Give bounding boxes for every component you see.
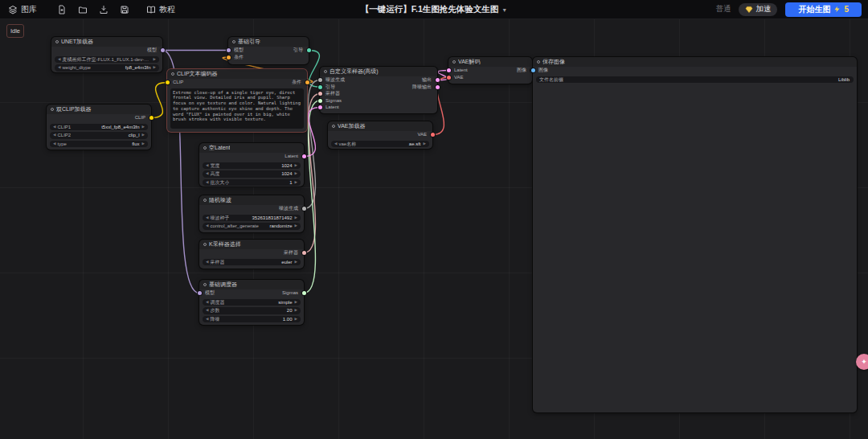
next-arrow-icon[interactable]: ▶: [295, 179, 297, 186]
combo-widget[interactable]: ◀ 宽度 1024 ▶: [203, 162, 301, 170]
next-arrow-icon[interactable]: ▶: [142, 124, 145, 130]
combo-widget[interactable]: ◀ 调度器 simple ▶: [203, 299, 301, 306]
gallery-button[interactable]: 图库: [8, 4, 37, 15]
next-arrow-icon[interactable]: ▶: [295, 299, 297, 306]
mode-boost-button[interactable]: 加速: [739, 3, 777, 16]
input-port-icon[interactable]: [318, 105, 322, 109]
workflow-title-dropdown[interactable]: 【一键运行】F.1生图抢先体验文生图 ▼: [361, 0, 507, 19]
collapse-icon[interactable]: [537, 60, 540, 64]
output-port-icon[interactable]: [302, 251, 306, 255]
open-workflow-button[interactable]: [77, 4, 88, 15]
node-ksampler-select[interactable]: K采样器选择 采样器 ◀ 采样器 euler ▶: [199, 240, 304, 269]
collapse-icon[interactable]: [203, 283, 207, 286]
collapse-icon[interactable]: [51, 108, 54, 111]
input-port-icon[interactable]: [198, 291, 202, 295]
next-arrow-icon[interactable]: ▶: [295, 215, 297, 221]
output-port-icon[interactable]: [436, 78, 440, 82]
node-empty-latent[interactable]: 空Latent Latent ◀ 宽度 1024 ▶ ◀ 高度 1024 ▶ ◀…: [199, 143, 304, 187]
output-port-icon[interactable]: [305, 80, 309, 84]
tutorial-button[interactable]: 教程: [146, 4, 175, 15]
prev-arrow-icon[interactable]: ◀: [53, 141, 55, 147]
next-arrow-icon[interactable]: ▶: [154, 56, 156, 63]
collapse-icon[interactable]: [332, 125, 335, 128]
node-header-dual-clip-loader[interactable]: 双CLIP加载器: [47, 105, 151, 114]
save-workflow-button[interactable]: [119, 4, 130, 15]
node-canvas[interactable]: UNET加载器 模型 ◀ 麦橘画师工作室-FLUX.1_FLUX.1-dev-f…: [0, 19, 868, 439]
node-header-ksampler-select[interactable]: K采样器选择: [199, 240, 304, 249]
next-arrow-icon[interactable]: ▶: [295, 316, 297, 322]
input-port-icon[interactable]: [318, 78, 322, 82]
combo-widget[interactable]: ◀ 降噪 1.00 ▶: [203, 316, 301, 323]
combo-widget[interactable]: ◀ 步数 20 ▶: [203, 307, 301, 314]
node-vae-loader[interactable]: VAE加载器 VAE ◀ vae名称 ae.sft ▶: [328, 121, 432, 149]
prev-arrow-icon[interactable]: ◀: [58, 64, 60, 71]
input-port-icon[interactable]: [318, 99, 322, 103]
next-arrow-icon[interactable]: ▶: [295, 259, 297, 265]
node-unet-loader[interactable]: UNET加载器 模型 ◀ 麦橘画师工作室-FLUX.1_FLUX.1-dev-f…: [51, 37, 162, 72]
node-basic-guider[interactable]: 基础引导 模型 条件 引导: [228, 37, 309, 64]
prev-arrow-icon[interactable]: ◀: [206, 223, 208, 229]
node-header-vae-decode[interactable]: VAE解码: [448, 57, 532, 67]
output-port-icon[interactable]: [307, 48, 311, 52]
input-port-icon[interactable]: [447, 76, 451, 80]
output-port-icon[interactable]: [302, 207, 306, 211]
input-port-icon[interactable]: [447, 68, 451, 72]
node-header-vae-loader[interactable]: VAE加载器: [328, 121, 432, 131]
next-arrow-icon[interactable]: ▶: [142, 132, 145, 138]
node-header-basic-guider[interactable]: 基础引导: [228, 37, 309, 47]
next-arrow-icon[interactable]: ▶: [295, 162, 297, 169]
next-arrow-icon[interactable]: ▶: [424, 141, 426, 147]
new-file-button[interactable]: [56, 4, 68, 15]
node-header-clip-text-encode[interactable]: CLIP文本编码器: [167, 69, 307, 79]
prev-arrow-icon[interactable]: ◀: [206, 162, 208, 169]
combo-widget[interactable]: ◀ CLIP1 t5xxl_fp8_e4m3fn ▶: [50, 124, 148, 131]
prev-arrow-icon[interactable]: ◀: [206, 170, 208, 177]
collapse-icon[interactable]: [324, 70, 327, 73]
collapse-icon[interactable]: [55, 40, 59, 43]
prev-arrow-icon[interactable]: ◀: [58, 56, 60, 63]
node-header-sampler-custom[interactable]: 自定义采样器(高级): [320, 67, 437, 76]
collapse-icon[interactable]: [171, 72, 174, 76]
output-port-icon[interactable]: [302, 291, 306, 295]
run-button[interactable]: 开始生图 5: [785, 2, 862, 17]
prev-arrow-icon[interactable]: ◀: [206, 299, 208, 306]
node-basic-scheduler[interactable]: 基础调度器 模型 Sigmas ◀ 调度器 simple ▶ ◀ 步数 20 ▶…: [199, 280, 304, 325]
import-button[interactable]: [98, 4, 109, 15]
node-header-empty-latent[interactable]: 空Latent: [199, 143, 304, 153]
node-random-noise[interactable]: 随机噪波 噪波生成 ◀ 噪波种子 352631831871492 ▶ ◀ con…: [199, 195, 304, 232]
output-port-icon[interactable]: [161, 48, 165, 52]
combo-widget[interactable]: ◀ 麦橘画师工作室-FLUX.1_FLUX.1-dev-fp8 ▶: [55, 56, 159, 64]
input-port-icon[interactable]: [227, 55, 231, 59]
combo-widget[interactable]: ◀ vae名称 ae.sft ▶: [331, 141, 429, 148]
node-header-basic-scheduler[interactable]: 基础调度器: [199, 280, 304, 289]
collapse-icon[interactable]: [203, 199, 207, 202]
input-port-icon[interactable]: [318, 92, 322, 96]
text-widget[interactable]: 文件名前缀 Liblib: [536, 76, 854, 84]
input-port-icon[interactable]: [227, 48, 231, 52]
combo-widget[interactable]: ◀ 批次大小 1 ▶: [203, 179, 301, 187]
node-header-unet-loader[interactable]: UNET加载器: [51, 37, 162, 47]
prev-arrow-icon[interactable]: ◀: [206, 316, 208, 322]
prev-arrow-icon[interactable]: ◀: [53, 132, 55, 138]
node-header-random-noise[interactable]: 随机噪波: [199, 195, 304, 205]
floating-action-button[interactable]: ✦: [856, 354, 868, 370]
node-clip-text-encode[interactable]: CLIP文本编码器 CLIP 条件Extreme close-up of a s…: [167, 69, 307, 132]
output-port-icon[interactable]: [431, 133, 435, 137]
combo-widget[interactable]: ◀ 噪波种子 352631831871492 ▶: [203, 215, 301, 222]
prev-arrow-icon[interactable]: ◀: [206, 179, 208, 186]
combo-widget[interactable]: ◀ CLIP2 clip_l ▶: [50, 132, 148, 139]
node-sampler-custom[interactable]: 自定义采样器(高级) 噪波生成 引导 采样器 Sigmas Latent 输出 …: [320, 67, 437, 113]
combo-widget[interactable]: ◀ weight_dtype fp8_e4m3fn ▶: [55, 64, 159, 72]
node-header-save-image[interactable]: 保存图像: [533, 57, 857, 67]
prompt-textarea[interactable]: Extreme close-up of a single tiger eye, …: [170, 88, 304, 129]
next-arrow-icon[interactable]: ▶: [295, 307, 297, 314]
collapse-icon[interactable]: [203, 146, 207, 150]
prev-arrow-icon[interactable]: ◀: [53, 124, 55, 130]
prev-arrow-icon[interactable]: ◀: [206, 307, 208, 314]
input-port-icon[interactable]: [531, 68, 535, 72]
node-dual-clip-loader[interactable]: 双CLIP加载器 CLIP ◀ CLIP1 t5xxl_fp8_e4m3fn ▶…: [47, 105, 151, 150]
combo-widget[interactable]: ◀ 高度 1024 ▶: [203, 170, 301, 178]
combo-widget[interactable]: ◀ 采样器 euler ▶: [203, 259, 301, 266]
prev-arrow-icon[interactable]: ◀: [206, 259, 208, 265]
next-arrow-icon[interactable]: ▶: [154, 64, 156, 71]
